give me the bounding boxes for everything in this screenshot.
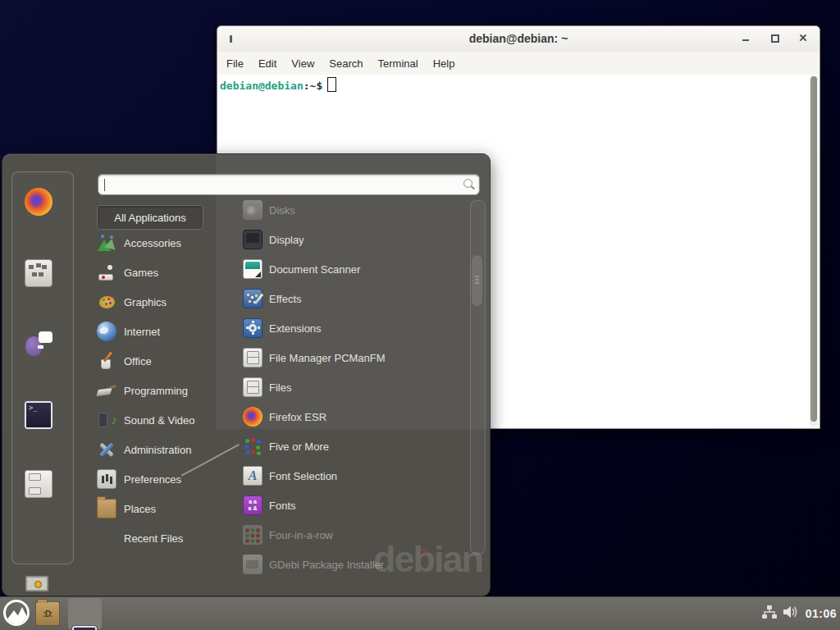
menu-file[interactable]: File	[219, 57, 251, 70]
favorite-pidgin-icon[interactable]	[25, 330, 52, 358]
app-fonts[interactable]: Fonts	[217, 491, 468, 520]
preferences-icon	[97, 469, 116, 489]
search-input[interactable]	[98, 174, 480, 195]
taskbar-terminal-icon[interactable]	[72, 626, 97, 630]
accessories-icon	[97, 233, 116, 253]
firefox-icon	[243, 407, 262, 427]
menu-scrollbar-thumb[interactable]	[472, 255, 482, 306]
menu-button-icon[interactable]	[3, 600, 30, 626]
category-preferences[interactable]: Preferences	[97, 464, 217, 494]
app-display[interactable]: Display	[217, 225, 468, 254]
terminal-title: debian@debian: ~	[217, 32, 819, 45]
terminal-menubar: File Edit View Search Terminal Help	[217, 52, 819, 75]
graphics-icon	[97, 292, 116, 312]
app-disks[interactable]: Disks	[217, 198, 468, 225]
app-five-or-more[interactable]: Five or More	[217, 431, 468, 461]
all-applications-button[interactable]: All Applications	[97, 205, 203, 230]
network-icon[interactable]	[762, 605, 777, 623]
app-files[interactable]: Files	[217, 372, 468, 402]
terminal-scrollbar-thumb[interactable]	[810, 76, 817, 422]
five-or-more-icon	[243, 436, 262, 456]
effects-icon	[243, 289, 262, 308]
terminal-scrollbar[interactable]	[810, 75, 818, 427]
app-four-in-a-row[interactable]: Four-in-a-row	[217, 520, 468, 550]
category-sound-video[interactable]: Sound & Video	[97, 405, 217, 435]
terminal-cursor	[327, 77, 336, 92]
application-menu: debian All Applications Accessories Game…	[2, 153, 491, 596]
volume-icon[interactable]	[783, 605, 799, 622]
app-font-selection[interactable]: Font Selection	[217, 461, 468, 491]
document-scanner-icon	[243, 259, 262, 279]
category-places[interactable]: Places	[97, 494, 217, 523]
taskbar-folder-icon[interactable]	[35, 601, 60, 626]
maximize-icon[interactable]	[769, 33, 779, 43]
prompt-user-host: debian@debian	[220, 80, 304, 92]
clock[interactable]: 01:06	[806, 607, 837, 620]
favorite-keyboard-icon[interactable]	[25, 259, 52, 287]
favorite-firefox-icon[interactable]	[25, 188, 52, 216]
file-manager-icon	[243, 348, 262, 368]
category-recent-files[interactable]: Recent Files	[97, 523, 217, 553]
category-office[interactable]: Office	[97, 346, 217, 376]
category-administration[interactable]: Administration	[97, 435, 217, 464]
search-caret	[104, 179, 105, 191]
extensions-icon	[243, 318, 262, 338]
office-icon	[97, 351, 116, 371]
app-file-manager-pcmanfm[interactable]: File Manager PCManFM	[217, 343, 468, 372]
font-selection-icon	[243, 466, 262, 486]
category-accessories[interactable]: Accessories	[97, 228, 217, 258]
favorite-terminal-icon[interactable]	[25, 401, 52, 429]
app-document-scanner[interactable]: Document Scanner	[217, 254, 468, 284]
search-icon	[463, 179, 472, 188]
four-in-a-row-icon	[243, 525, 262, 545]
fonts-icon	[243, 495, 262, 515]
taskbar: 01:06	[0, 596, 840, 630]
category-graphics[interactable]: Graphics	[97, 287, 217, 317]
all-applications-label: All Applications	[114, 212, 185, 224]
gdebi-icon	[243, 555, 262, 574]
disks-icon	[243, 200, 262, 220]
menu-terminal[interactable]: Terminal	[371, 57, 426, 70]
category-games[interactable]: Games	[97, 258, 217, 287]
programming-icon	[97, 381, 116, 400]
sound-video-icon	[97, 410, 116, 430]
terminal-titlebar[interactable]: debian@debian: ~	[217, 26, 819, 52]
minimize-icon[interactable]	[741, 33, 751, 43]
close-icon[interactable]	[798, 33, 808, 43]
menu-search[interactable]: Search	[322, 57, 370, 70]
prompt-suffix: :~$	[304, 80, 322, 92]
display-icon	[243, 230, 262, 249]
administration-icon	[97, 440, 116, 459]
taskbar-terminal-button[interactable]	[68, 598, 102, 629]
menu-edit[interactable]: Edit	[251, 57, 284, 70]
category-programming[interactable]: Programming	[97, 376, 217, 405]
app-gdebi-package-installer[interactable]: GDebi Package Installer	[217, 550, 468, 575]
menu-scrollbar[interactable]	[470, 200, 486, 555]
internet-icon	[97, 322, 116, 341]
favorites-panel	[11, 171, 74, 564]
files-icon	[243, 377, 262, 397]
application-list: Disks Display Document Scanner Effects E…	[217, 198, 468, 575]
menu-help[interactable]: Help	[426, 57, 463, 70]
app-firefox-esr[interactable]: Firefox ESR	[217, 402, 468, 431]
shell-prompt: debian@debian:~$	[220, 77, 336, 92]
places-icon	[97, 499, 116, 518]
category-list: Accessories Games Graphics Internet Offi…	[97, 228, 217, 553]
app-effects[interactable]: Effects	[217, 284, 468, 313]
games-icon	[97, 262, 116, 282]
menu-view[interactable]: View	[284, 57, 322, 70]
favorite-file-manager-icon[interactable]	[25, 470, 52, 498]
desktop: debian@debian: ~ File Edit View Search T…	[0, 0, 840, 630]
app-extensions[interactable]: Extensions	[217, 313, 468, 343]
category-internet[interactable]: Internet	[97, 317, 217, 346]
